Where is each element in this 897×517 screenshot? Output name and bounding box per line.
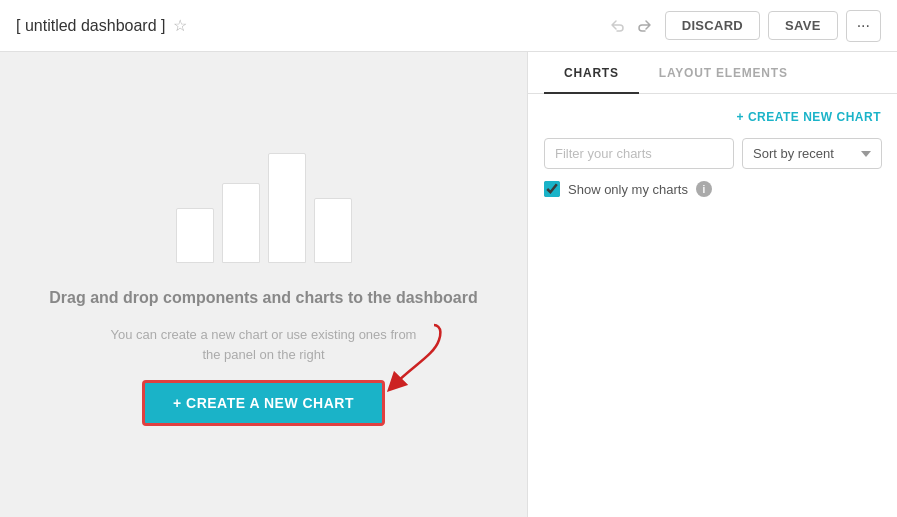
redo-button[interactable] <box>633 14 657 38</box>
undo-button[interactable] <box>605 14 629 38</box>
tab-layout-elements[interactable]: LAYOUT ELEMENTS <box>639 52 808 94</box>
filter-charts-input[interactable] <box>544 138 734 169</box>
dashboard-title: [ untitled dashboard ] <box>16 17 165 35</box>
header: [ untitled dashboard ] ☆ DISCARD SAVE ··… <box>0 0 897 52</box>
more-options-button[interactable]: ··· <box>846 10 881 42</box>
bar-1 <box>176 208 214 263</box>
bar-4 <box>314 198 352 263</box>
create-chart-button[interactable]: + CREATE A NEW CHART <box>142 380 385 426</box>
show-only-row: Show only my charts i <box>544 181 881 197</box>
header-left: [ untitled dashboard ] ☆ <box>16 16 187 35</box>
tab-charts[interactable]: CHARTS <box>544 52 639 94</box>
info-icon[interactable]: i <box>696 181 712 197</box>
discard-button[interactable]: DISCARD <box>665 11 760 40</box>
empty-chart-illustration <box>176 143 352 263</box>
dashboard-canvas: Drag and drop components and charts to t… <box>0 52 527 517</box>
header-right: DISCARD SAVE ··· <box>605 10 881 42</box>
filter-row: Sort by recent Sort by name Sort by olde… <box>544 138 881 169</box>
empty-state-title: Drag and drop components and charts to t… <box>49 287 477 309</box>
more-icon: ··· <box>857 17 870 35</box>
right-panel: CHARTS LAYOUT ELEMENTS + CREATE NEW CHAR… <box>527 52 897 517</box>
empty-state-subtitle: You can create a new chart or use existi… <box>104 325 424 364</box>
show-only-checkbox[interactable] <box>544 181 560 197</box>
bar-2 <box>222 183 260 263</box>
bar-3 <box>268 153 306 263</box>
show-only-label: Show only my charts <box>568 182 688 197</box>
panel-tabs: CHARTS LAYOUT ELEMENTS <box>528 52 897 94</box>
panel-body: + CREATE NEW CHART Sort by recent Sort b… <box>528 94 897 517</box>
arrow-container: + CREATE A NEW CHART <box>74 380 454 426</box>
sort-select[interactable]: Sort by recent Sort by name Sort by olde… <box>742 138 882 169</box>
main-content: Drag and drop components and charts to t… <box>0 52 897 517</box>
favorite-icon[interactable]: ☆ <box>173 16 187 35</box>
undo-redo-group <box>605 14 657 38</box>
create-new-chart-link[interactable]: + CREATE NEW CHART <box>544 110 881 124</box>
save-button[interactable]: SAVE <box>768 11 838 40</box>
